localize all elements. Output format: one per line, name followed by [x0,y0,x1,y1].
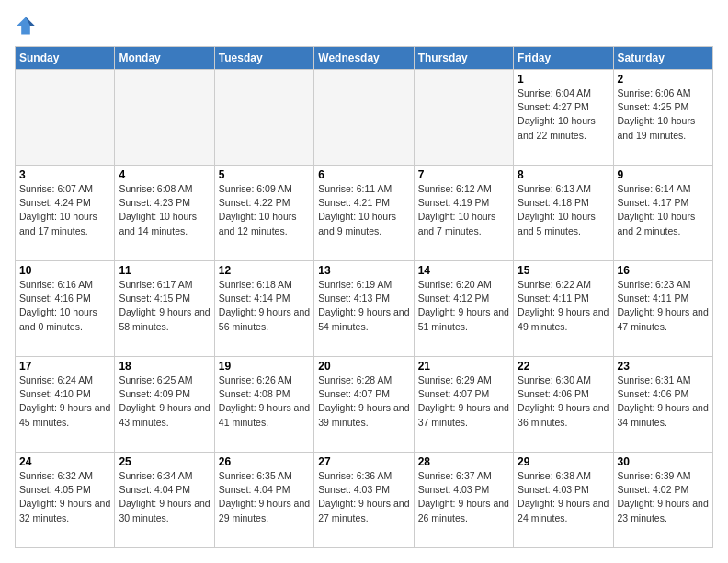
day-info: Sunrise: 6:32 AM Sunset: 4:05 PM Dayligh… [19,469,110,525]
calendar-cell: 30Sunrise: 6:39 AM Sunset: 4:02 PM Dayli… [613,453,712,548]
calendar-cell: 3Sunrise: 6:07 AM Sunset: 4:24 PM Daylig… [16,166,115,261]
day-info: Sunrise: 6:25 AM Sunset: 4:09 PM Dayligh… [119,373,210,430]
day-number: 14 [418,264,509,277]
day-info: Sunrise: 6:07 AM Sunset: 4:24 PM Dayligh… [19,182,110,238]
day-number: 2 [618,73,709,86]
day-info: Sunrise: 6:31 AM Sunset: 4:06 PM Dayligh… [618,373,709,430]
day-number: 8 [518,168,609,181]
day-number: 9 [618,168,709,181]
calendar-cell: 9Sunrise: 6:14 AM Sunset: 4:17 PM Daylig… [613,166,712,261]
day-info: Sunrise: 6:35 AM Sunset: 4:04 PM Dayligh… [219,469,310,525]
day-number: 5 [219,168,310,181]
day-number: 22 [518,360,609,373]
calendar-table: SundayMondayTuesdayWednesdayThursdayFrid… [15,46,713,548]
weekday-header: Sunday [16,47,115,70]
day-info: Sunrise: 6:08 AM Sunset: 4:23 PM Dayligh… [119,182,210,238]
day-number: 19 [219,360,310,373]
day-number: 28 [418,455,509,468]
day-number: 23 [618,360,709,373]
calendar-cell: 13Sunrise: 6:19 AM Sunset: 4:13 PM Dayli… [314,261,414,357]
day-number: 12 [219,264,310,277]
day-info: Sunrise: 6:39 AM Sunset: 4:02 PM Dayligh… [618,469,709,525]
calendar-cell: 25Sunrise: 6:34 AM Sunset: 4:04 PM Dayli… [115,453,214,548]
calendar-cell: 20Sunrise: 6:28 AM Sunset: 4:07 PM Dayli… [314,357,414,453]
weekday-header: Monday [115,47,214,70]
day-info: Sunrise: 6:28 AM Sunset: 4:07 PM Dayligh… [318,373,409,430]
day-info: Sunrise: 6:22 AM Sunset: 4:11 PM Dayligh… [518,278,609,334]
calendar-cell: 26Sunrise: 6:35 AM Sunset: 4:04 PM Dayli… [214,453,313,548]
calendar-cell: 6Sunrise: 6:11 AM Sunset: 4:21 PM Daylig… [314,166,414,261]
calendar-cell: 8Sunrise: 6:13 AM Sunset: 4:18 PM Daylig… [514,166,613,261]
day-number: 27 [318,455,409,468]
weekday-header: Friday [514,47,613,70]
day-info: Sunrise: 6:09 AM Sunset: 4:22 PM Dayligh… [219,182,310,238]
calendar-cell: 7Sunrise: 6:12 AM Sunset: 4:19 PM Daylig… [414,166,513,261]
calendar-cell [414,70,513,166]
day-info: Sunrise: 6:04 AM Sunset: 4:27 PM Dayligh… [518,86,609,143]
calendar-cell: 11Sunrise: 6:17 AM Sunset: 4:15 PM Dayli… [115,261,214,357]
day-number: 10 [19,264,110,277]
weekday-header: Thursday [414,47,513,70]
calendar-week-row: 24Sunrise: 6:32 AM Sunset: 4:05 PM Dayli… [16,453,713,548]
day-number: 11 [119,264,210,277]
day-info: Sunrise: 6:14 AM Sunset: 4:17 PM Dayligh… [618,182,709,238]
calendar-cell: 22Sunrise: 6:30 AM Sunset: 4:06 PM Dayli… [514,357,613,453]
calendar-cell [16,70,115,166]
calendar-cell: 23Sunrise: 6:31 AM Sunset: 4:06 PM Dayli… [613,357,712,453]
day-info: Sunrise: 6:30 AM Sunset: 4:06 PM Dayligh… [518,373,609,430]
day-info: Sunrise: 6:34 AM Sunset: 4:04 PM Dayligh… [119,469,210,525]
day-info: Sunrise: 6:38 AM Sunset: 4:03 PM Dayligh… [518,469,609,525]
day-number: 25 [119,455,210,468]
calendar-cell: 16Sunrise: 6:23 AM Sunset: 4:11 PM Dayli… [613,261,712,357]
calendar-cell: 2Sunrise: 6:06 AM Sunset: 4:25 PM Daylig… [613,70,712,166]
day-number: 17 [19,360,110,373]
header [15,15,713,37]
day-number: 26 [219,455,310,468]
day-number: 30 [618,455,709,468]
day-number: 6 [318,168,409,181]
calendar-cell: 1Sunrise: 6:04 AM Sunset: 4:27 PM Daylig… [514,70,613,166]
calendar-cell: 10Sunrise: 6:16 AM Sunset: 4:16 PM Dayli… [16,261,115,357]
page: SundayMondayTuesdayWednesdayThursdayFrid… [0,0,728,563]
day-info: Sunrise: 6:29 AM Sunset: 4:07 PM Dayligh… [418,373,509,430]
day-number: 21 [418,360,509,373]
day-info: Sunrise: 6:20 AM Sunset: 4:12 PM Dayligh… [418,278,509,334]
day-info: Sunrise: 6:37 AM Sunset: 4:03 PM Dayligh… [418,469,509,525]
calendar-cell: 4Sunrise: 6:08 AM Sunset: 4:23 PM Daylig… [115,166,214,261]
calendar-cell: 27Sunrise: 6:36 AM Sunset: 4:03 PM Dayli… [314,453,414,548]
weekday-header: Tuesday [214,47,313,70]
day-number: 18 [119,360,210,373]
day-info: Sunrise: 6:12 AM Sunset: 4:19 PM Dayligh… [418,182,509,238]
day-number: 1 [518,73,609,86]
day-number: 29 [518,455,609,468]
day-info: Sunrise: 6:17 AM Sunset: 4:15 PM Dayligh… [119,278,210,334]
day-info: Sunrise: 6:26 AM Sunset: 4:08 PM Dayligh… [219,373,310,430]
calendar-cell [314,70,414,166]
calendar-cell: 14Sunrise: 6:20 AM Sunset: 4:12 PM Dayli… [414,261,513,357]
calendar-cell: 29Sunrise: 6:38 AM Sunset: 4:03 PM Dayli… [514,453,613,548]
day-number: 20 [318,360,409,373]
logo-icon [15,15,37,37]
calendar-cell: 28Sunrise: 6:37 AM Sunset: 4:03 PM Dayli… [414,453,513,548]
weekday-row: SundayMondayTuesdayWednesdayThursdayFrid… [16,47,713,70]
day-number: 16 [618,264,709,277]
weekday-header: Wednesday [314,47,414,70]
day-number: 4 [119,168,210,181]
calendar-week-row: 1Sunrise: 6:04 AM Sunset: 4:27 PM Daylig… [16,70,713,166]
weekday-header: Saturday [613,47,712,70]
calendar-cell [214,70,313,166]
day-info: Sunrise: 6:06 AM Sunset: 4:25 PM Dayligh… [618,86,709,143]
calendar-cell: 19Sunrise: 6:26 AM Sunset: 4:08 PM Dayli… [214,357,313,453]
calendar-week-row: 10Sunrise: 6:16 AM Sunset: 4:16 PM Dayli… [16,261,713,357]
day-info: Sunrise: 6:23 AM Sunset: 4:11 PM Dayligh… [618,278,709,334]
calendar-cell: 18Sunrise: 6:25 AM Sunset: 4:09 PM Dayli… [115,357,214,453]
day-number: 15 [518,264,609,277]
day-number: 7 [418,168,509,181]
day-info: Sunrise: 6:19 AM Sunset: 4:13 PM Dayligh… [318,278,409,334]
day-info: Sunrise: 6:13 AM Sunset: 4:18 PM Dayligh… [518,182,609,238]
calendar-cell: 21Sunrise: 6:29 AM Sunset: 4:07 PM Dayli… [414,357,513,453]
calendar-cell: 24Sunrise: 6:32 AM Sunset: 4:05 PM Dayli… [16,453,115,548]
day-info: Sunrise: 6:36 AM Sunset: 4:03 PM Dayligh… [318,469,409,525]
day-info: Sunrise: 6:16 AM Sunset: 4:16 PM Dayligh… [19,278,110,334]
day-info: Sunrise: 6:11 AM Sunset: 4:21 PM Dayligh… [318,182,409,238]
